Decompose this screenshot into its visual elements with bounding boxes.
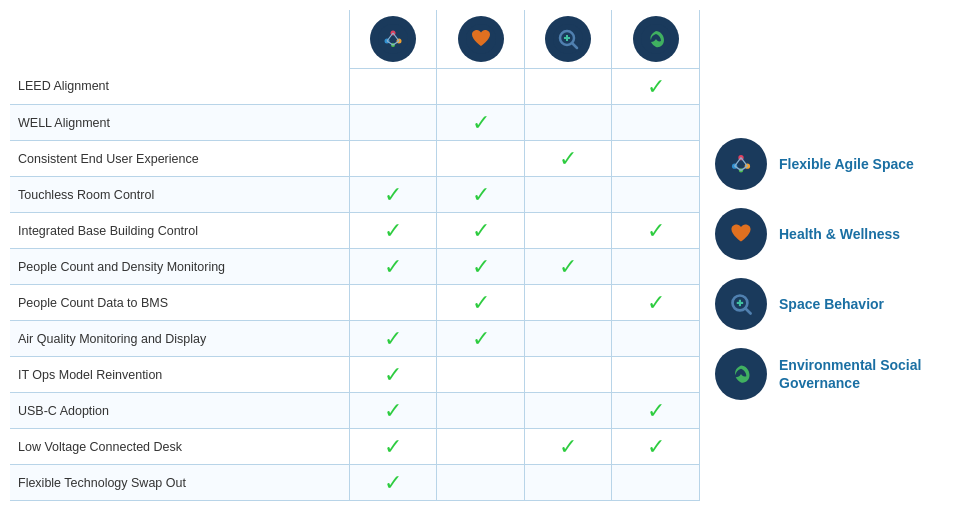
check-cell: [524, 213, 612, 249]
check-cell: [524, 357, 612, 393]
check-mark: ✓: [559, 254, 577, 279]
table-row: People Count Data to BMS✓✓: [10, 285, 700, 321]
row-label: WELL Alignment: [10, 105, 349, 141]
check-cell: [524, 285, 612, 321]
col-header-space: [524, 10, 612, 69]
check-mark: ✓: [647, 398, 665, 423]
check-cell: [437, 357, 525, 393]
check-cell: ✓: [437, 105, 525, 141]
legend-icon-health: [715, 208, 767, 260]
check-cell: ✓: [437, 213, 525, 249]
row-label: Flexible Technology Swap Out: [10, 465, 349, 501]
check-cell: ✓: [524, 141, 612, 177]
check-cell: ✓: [349, 213, 437, 249]
table-row: Air Quality Monitoring and Display✓✓: [10, 321, 700, 357]
table-row: Low Voltage Connected Desk✓✓✓: [10, 429, 700, 465]
legend-space: Space Behavior: [715, 278, 970, 330]
check-mark: ✓: [472, 110, 490, 135]
row-label: IT Ops Model Reinvention: [10, 357, 349, 393]
check-cell: [437, 393, 525, 429]
table-row: IT Ops Model Reinvention✓: [10, 357, 700, 393]
check-cell: ✓: [349, 249, 437, 285]
check-cell: ✓: [612, 429, 700, 465]
table-row: WELL Alignment✓: [10, 105, 700, 141]
check-cell: ✓: [437, 249, 525, 285]
svg-line-21: [741, 158, 747, 167]
check-cell: [437, 465, 525, 501]
table-row: Flexible Technology Swap Out✓: [10, 465, 700, 501]
legend-label-flexible: Flexible Agile Space: [779, 155, 914, 173]
legend-label-health: Health & Wellness: [779, 225, 900, 243]
check-cell: ✓: [612, 393, 700, 429]
check-cell: [524, 177, 612, 213]
comparison-table-panel: LEED Alignment✓WELL Alignment✓Consistent…: [0, 0, 700, 528]
legend-icon-env: [715, 348, 767, 400]
check-mark: ✓: [647, 74, 665, 99]
check-cell: [437, 141, 525, 177]
check-mark: ✓: [384, 470, 402, 495]
check-cell: ✓: [612, 213, 700, 249]
check-cell: [437, 69, 525, 105]
check-cell: [612, 105, 700, 141]
check-cell: [524, 321, 612, 357]
legend-icon-flexible: [715, 138, 767, 190]
row-label: USB-C Adoption: [10, 393, 349, 429]
table-row: LEED Alignment✓: [10, 69, 700, 105]
row-label: Integrated Base Building Control: [10, 213, 349, 249]
row-label: Low Voltage Connected Desk: [10, 429, 349, 465]
check-cell: ✓: [524, 249, 612, 285]
check-mark: ✓: [384, 326, 402, 351]
legend-label-env: Environmental Social Governance: [779, 356, 970, 392]
legend-panel: Flexible Agile Space Health & Wellness S…: [700, 0, 980, 528]
check-mark: ✓: [384, 362, 402, 387]
check-cell: [349, 285, 437, 321]
check-cell: [349, 69, 437, 105]
check-cell: [437, 429, 525, 465]
table-row: Integrated Base Building Control✓✓✓: [10, 213, 700, 249]
row-label: Touchless Room Control: [10, 177, 349, 213]
check-mark: ✓: [472, 218, 490, 243]
check-cell: [612, 357, 700, 393]
check-mark: ✓: [472, 254, 490, 279]
check-mark: ✓: [559, 434, 577, 459]
check-cell: [524, 393, 612, 429]
col-header-health: [437, 10, 525, 69]
check-cell: ✓: [349, 393, 437, 429]
svg-point-0: [378, 24, 408, 54]
legend-flexible: Flexible Agile Space: [715, 138, 970, 190]
check-cell: [524, 465, 612, 501]
comparison-table: LEED Alignment✓WELL Alignment✓Consistent…: [10, 10, 700, 501]
row-label: People Count and Density Monitoring: [10, 249, 349, 285]
check-cell: [524, 69, 612, 105]
check-cell: [612, 177, 700, 213]
row-label: Air Quality Monitoring and Display: [10, 321, 349, 357]
check-cell: ✓: [349, 429, 437, 465]
check-cell: ✓: [437, 285, 525, 321]
check-cell: [612, 321, 700, 357]
check-cell: ✓: [349, 177, 437, 213]
table-wrapper: LEED Alignment✓WELL Alignment✓Consistent…: [10, 10, 700, 501]
check-cell: ✓: [437, 321, 525, 357]
check-mark: ✓: [384, 218, 402, 243]
legend-label-space: Space Behavior: [779, 295, 884, 313]
check-cell: [349, 105, 437, 141]
check-cell: ✓: [612, 69, 700, 105]
check-mark: ✓: [472, 326, 490, 351]
check-cell: [612, 249, 700, 285]
check-mark: ✓: [384, 434, 402, 459]
row-label: Consistent End User Experience: [10, 141, 349, 177]
check-cell: ✓: [349, 321, 437, 357]
check-cell: ✓: [437, 177, 525, 213]
check-mark: ✓: [472, 182, 490, 207]
legend-health: Health & Wellness: [715, 208, 970, 260]
check-mark: ✓: [472, 290, 490, 315]
check-cell: ✓: [524, 429, 612, 465]
check-cell: ✓: [349, 357, 437, 393]
check-mark: ✓: [647, 290, 665, 315]
legend-env: Environmental Social Governance: [715, 348, 970, 400]
table-row: Consistent End User Experience✓: [10, 141, 700, 177]
check-mark: ✓: [647, 218, 665, 243]
check-cell: ✓: [612, 285, 700, 321]
table-row: Touchless Room Control✓✓: [10, 177, 700, 213]
col-header-flexible: [349, 10, 437, 69]
